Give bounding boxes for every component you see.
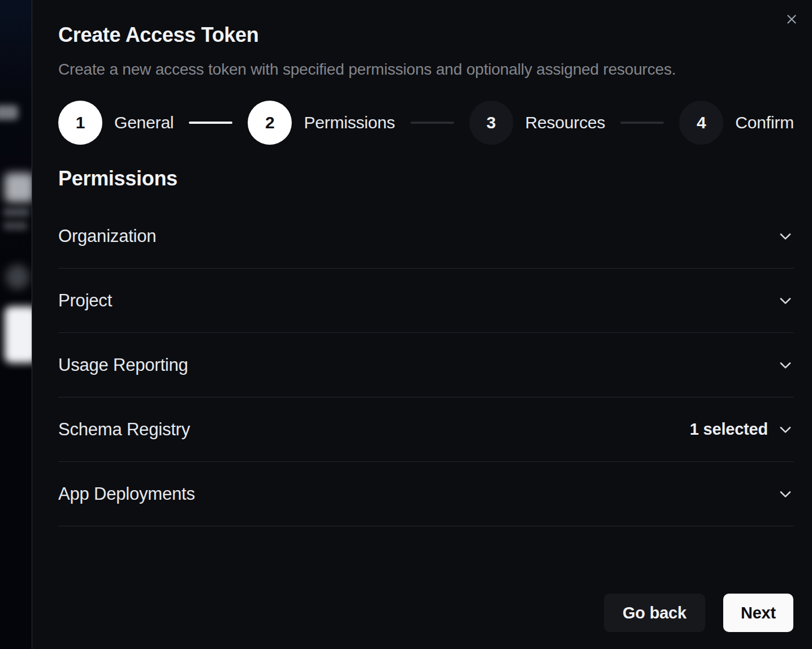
go-back-button[interactable]: Go back [604, 594, 705, 632]
step-label: Confirm [735, 113, 794, 132]
stepper-step-general[interactable]: 1 General [58, 101, 174, 145]
step-number-badge: 2 [248, 101, 292, 145]
stepper-step-resources: 3 Resources [469, 101, 606, 145]
section-label: Organization [58, 226, 777, 246]
accordion-row-schema-registry[interactable]: Schema Registry 1 selected [58, 397, 794, 462]
section-label: Schema Registry [58, 419, 690, 440]
chevron-down-icon [777, 486, 794, 503]
step-number-badge: 4 [679, 101, 723, 145]
section-label: App Deployments [58, 484, 777, 504]
accordion-row-usage-reporting[interactable]: Usage Reporting [58, 333, 794, 397]
chevron-down-icon [777, 228, 794, 245]
accordion-row-organization[interactable]: Organization [58, 204, 794, 269]
selection-count: 1 selected [690, 420, 768, 439]
background-blur-shape [0, 105, 18, 120]
step-label: Resources [525, 113, 606, 132]
chevron-down-icon [777, 357, 794, 374]
background-blur-shape [5, 306, 32, 363]
create-access-token-modal: Create Access Token Create a new access … [32, 0, 812, 649]
step-connector [620, 122, 664, 124]
step-label: Permissions [304, 113, 395, 132]
screen: Create Access Token Create a new access … [0, 0, 812, 649]
step-connector [411, 122, 454, 124]
section-label: Usage Reporting [58, 355, 777, 375]
step-connector [189, 122, 232, 124]
chevron-down-icon [777, 292, 794, 309]
close-icon [784, 12, 799, 27]
modal-title: Create Access Token [58, 23, 258, 47]
stepper-step-confirm: 4 Confirm [679, 101, 794, 145]
step-label: General [114, 113, 174, 132]
step-number-badge: 3 [469, 101, 513, 145]
background-blur-shape [3, 208, 29, 217]
background-blur-shape [6, 265, 29, 289]
modal-subtitle: Create a new access token with specified… [58, 60, 676, 79]
background-app-strip [0, 0, 32, 649]
background-blur-shape [5, 173, 32, 202]
accordion-row-project[interactable]: Project [58, 269, 794, 333]
page-title: Permissions [58, 167, 178, 191]
wizard-stepper: 1 General 2 Permissions 3 Resources 4 Co… [58, 101, 794, 145]
close-button[interactable] [781, 9, 802, 29]
background-blur-shape [3, 222, 27, 230]
permissions-accordion: Organization Project Usage Rep [58, 204, 794, 526]
modal-footer: Go back Next [604, 594, 793, 632]
next-button[interactable]: Next [723, 594, 793, 632]
stepper-step-permissions[interactable]: 2 Permissions [248, 101, 395, 145]
step-number-badge: 1 [58, 101, 102, 145]
section-label: Project [58, 291, 777, 311]
chevron-down-icon [777, 421, 794, 438]
accordion-row-app-deployments[interactable]: App Deployments [58, 462, 794, 526]
